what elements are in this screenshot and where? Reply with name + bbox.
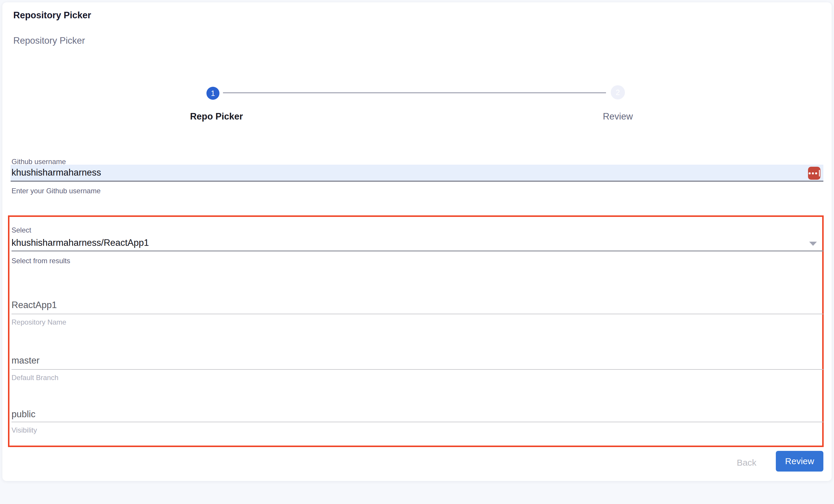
github-username-field — [10, 165, 824, 182]
step-2-number: 2 — [616, 88, 620, 97]
default-branch-label: Default Branch — [12, 373, 59, 382]
lastpass-dot — [815, 172, 817, 175]
page-subtitle: Repository Picker — [13, 36, 85, 46]
github-username-helper-text: Enter your Github username — [12, 187, 101, 195]
repo-select-helper-text: Select from results — [12, 257, 70, 265]
visibility-field[interactable] — [12, 409, 824, 420]
repository-picker-card: Repository Picker Repository Picker 1 2 … — [2, 2, 832, 481]
review-button[interactable]: Review — [776, 451, 824, 472]
visibility-input[interactable] — [12, 409, 824, 420]
default-branch-underline — [12, 369, 824, 370]
default-branch-field[interactable] — [12, 355, 824, 366]
github-username-input[interactable] — [10, 165, 824, 181]
step-1-number: 1 — [211, 89, 215, 98]
lastpass-dot — [809, 172, 811, 175]
repository-name-input[interactable] — [12, 300, 824, 311]
step-2-label: Review — [573, 111, 662, 122]
repository-name-field[interactable] — [12, 300, 824, 311]
repo-select-label: Select — [12, 226, 31, 234]
stepper-connector-line — [223, 92, 606, 93]
visibility-underline — [12, 422, 824, 422]
repo-select-underline — [12, 251, 824, 251]
repository-name-underline — [12, 314, 824, 314]
page-title: Repository Picker — [13, 10, 91, 21]
repo-select-dropdown[interactable]: khushisharmaharness/ReactApp1 — [12, 236, 824, 250]
default-branch-input[interactable] — [12, 355, 824, 366]
back-button[interactable]: Back — [726, 456, 767, 469]
repo-select-value: khushisharmaharness/ReactApp1 — [12, 236, 824, 250]
caret-down-icon — [809, 242, 817, 246]
repository-name-label: Repository Name — [12, 318, 66, 326]
step-2-indicator[interactable]: 2 — [611, 85, 625, 99]
lastpass-bar — [819, 170, 820, 177]
step-1-label: Repo Picker — [172, 111, 261, 122]
lastpass-dot — [812, 172, 814, 175]
step-1-indicator[interactable]: 1 — [206, 87, 219, 100]
visibility-label: Visibility — [12, 426, 37, 434]
lastpass-autofill-icon[interactable] — [808, 167, 820, 180]
